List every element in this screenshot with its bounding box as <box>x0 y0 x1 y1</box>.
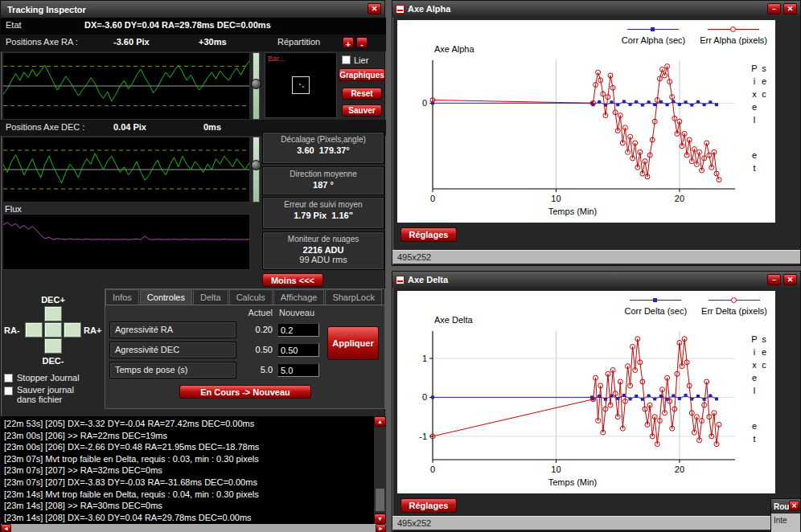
dec-slider-knob[interactable] <box>251 160 261 170</box>
dec-trace <box>3 137 249 202</box>
svg-text:20: 20 <box>675 464 684 474</box>
corner-window: Rou ✕ Inte <box>770 498 801 532</box>
ra-row: Positions Axe RA : -3.60 Pix +30ms Répar… <box>1 35 386 51</box>
direction-title: Direction moyenne <box>263 170 384 178</box>
reglages-button[interactable]: Réglages <box>400 227 457 242</box>
sauver-button[interactable]: Sauver <box>342 104 382 117</box>
log-hscrollbar[interactable]: ◄ ► <box>1 524 386 532</box>
dpad-up-label: DEC+ <box>2 295 104 305</box>
close-button[interactable]: ✕ <box>789 501 799 511</box>
dpad-down-button[interactable] <box>44 338 62 354</box>
log-output: [22m 53s] [205] DX=-3.32 DY=-0.04 RA=27.… <box>1 416 386 524</box>
dpad-up-button[interactable] <box>44 306 62 321</box>
dec-graph <box>2 137 250 203</box>
tab-delta[interactable]: Delta <box>193 289 228 305</box>
tab-calculs[interactable]: Calculs <box>229 289 273 305</box>
stopper-journal-label: Stopper Journal <box>17 373 80 383</box>
tab-controles[interactable]: Controles <box>140 289 192 305</box>
legend-corr: Corr Alpha (sec) <box>622 27 685 45</box>
dpad-center-button[interactable] <box>44 322 62 338</box>
bar-label: Bar... <box>268 55 285 63</box>
scroll-right-button[interactable]: ► <box>376 524 386 532</box>
alpha-plot: 010200 <box>404 55 741 207</box>
sauver-journal-label-2: dans fichier <box>17 395 62 404</box>
minus-icon: - <box>360 40 363 50</box>
lier-checkbox[interactable] <box>342 55 351 64</box>
close-button[interactable]: ✕ <box>783 3 797 14</box>
close-button[interactable]: ✕ <box>783 274 797 285</box>
zoom-plus-button[interactable]: + <box>343 37 354 48</box>
right-arrow-icon: ► <box>378 525 384 532</box>
ra-slider[interactable] <box>253 52 260 120</box>
scroll-thumb[interactable] <box>376 489 384 511</box>
erreur-value: 1.79 Pix 1.16" <box>263 211 384 220</box>
dpad-right-button[interactable] <box>64 322 81 338</box>
zoom-minus-button[interactable]: - <box>356 37 368 48</box>
reglages-button[interactable]: Réglages <box>400 498 457 513</box>
log-line: [23m 00s] [206] >> RA=22ms DEC=19ms <box>4 430 383 442</box>
up-arrow-icon: ▲ <box>377 417 383 427</box>
input-agressivite-dec[interactable] <box>277 343 319 357</box>
decalage-box: Décalage (Pixels,angle) 3.60 179.37° <box>262 132 384 164</box>
minimize-button[interactable]: – <box>767 274 781 285</box>
nuages-title: Moniteur de nuages <box>263 235 384 243</box>
titlebar[interactable]: Rou ✕ <box>771 499 800 514</box>
ra-trace <box>3 53 249 119</box>
alpha-chart-area: Corr Alpha (sec) Err Alpha (pixels) Axe … <box>397 20 775 223</box>
input-temps-pose[interactable] <box>277 363 319 377</box>
settings-tab-panel: Infos Controles Delta Calculs Affichage … <box>105 289 385 409</box>
log-line: [23m 07s] [207] DX=-3.83 DY=-0.03 RA=-31… <box>4 477 383 489</box>
dpad-left-button[interactable] <box>25 322 43 338</box>
chart-window-icon <box>396 5 405 14</box>
dec-ms-value: 0ms <box>203 122 221 132</box>
tab-sharplock[interactable]: SharpLock <box>325 289 382 305</box>
etat-value: DX=-3.60 DY=0.04 RA=29.78ms DEC=0.00ms <box>84 20 271 30</box>
minimize-button[interactable]: – <box>767 3 781 14</box>
actuel-temps-pose: 5.0 <box>240 365 273 374</box>
log-vscrollbar[interactable]: ▲ ▼ <box>374 416 386 524</box>
ra-value: -3.60 Pix <box>113 37 150 47</box>
col-nouveau: Nouveau <box>279 308 314 317</box>
col-actuel: Actuel <box>240 308 273 317</box>
param-label-agressivite-ra: Agressivité RA <box>109 321 236 338</box>
scroll-down-button[interactable]: ▼ <box>374 514 386 524</box>
tab-content: Actuel Nouveau Agressivité RA 0.20 Agres… <box>105 305 384 408</box>
dec-slider[interactable] <box>253 137 260 203</box>
chart-size-status: 495x252 <box>397 252 431 262</box>
statusbar: 495x252 <box>392 516 800 530</box>
reset-button[interactable]: Reset <box>342 88 382 100</box>
param-label-agressivite-dec: Agressivité DEC <box>109 342 236 358</box>
close-button[interactable]: ✕ <box>368 3 381 14</box>
star-dot <box>299 84 301 85</box>
graphiques-button[interactable]: Graphiques <box>339 68 385 81</box>
input-agressivite-ra[interactable] <box>277 323 319 337</box>
titlebar[interactable]: Axe Delta – ✕ <box>392 272 800 288</box>
nuages-box: Moniteur de nuages 2216 ADU 99 ADU rms <box>262 231 384 270</box>
ra-slider-knob[interactable] <box>251 79 261 89</box>
tab-infos[interactable]: Infos <box>105 289 139 305</box>
tab-affichage[interactable]: Affichage <box>273 289 325 305</box>
param-label-temps-pose: Temps de pose (s) <box>109 362 236 379</box>
titlebar[interactable]: Axe Alpha – ✕ <box>392 1 800 17</box>
chart-title: Axe Delta <box>434 315 473 325</box>
encours-nouveau-button[interactable]: En Cours -> Nouveau <box>179 385 311 399</box>
log-line: [23m 14s] Mvt trop faible en Delta, requ… <box>4 489 383 501</box>
window-title: Axe Delta <box>408 275 448 284</box>
scroll-left-button[interactable]: ◄ <box>1 524 11 532</box>
moins-button[interactable]: Moins <<< <box>262 273 323 287</box>
scroll-up-button[interactable]: ▲ <box>374 416 386 427</box>
log-line: [23m 14s] [208] >> RA=30ms DEC=0ms <box>4 500 383 512</box>
sauver-journal-checkbox[interactable] <box>4 387 13 395</box>
etat-row: Etat DX=-3.60 DY=0.04 RA=29.78ms DEC=0.0… <box>1 18 386 35</box>
dpad-right-label: RA+ <box>84 325 101 335</box>
titlebar[interactable]: Tracking Inspector ✕ <box>1 1 384 18</box>
stopper-journal-checkbox[interactable] <box>4 374 13 383</box>
axe-alpha-window: Axe Alpha – ✕ Corr Alpha (sec) Err Alpha… <box>392 0 801 266</box>
svg-text:0: 0 <box>430 194 435 203</box>
repartition-target <box>292 76 310 94</box>
tracking-inspector-window: Tracking Inspector ✕ Etat DX=-3.60 DY=0.… <box>0 0 385 532</box>
appliquer-button[interactable]: Appliquer <box>327 326 379 360</box>
ra-ms-value: +30ms <box>199 37 227 47</box>
decalage-title: Décalage (Pixels,angle) <box>263 135 384 144</box>
y-axis-label: Pixel et sec <box>750 63 769 223</box>
